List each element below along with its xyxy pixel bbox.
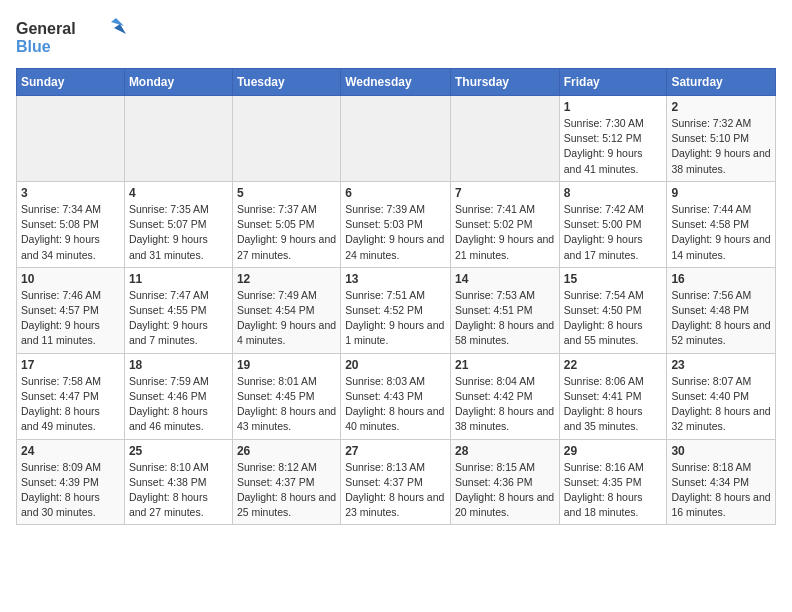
day-number: 5 [237,186,336,200]
page-header: GeneralBlue [16,16,776,58]
calendar-cell: 18Sunrise: 7:59 AM Sunset: 4:46 PM Dayli… [124,353,232,439]
calendar-cell: 20Sunrise: 8:03 AM Sunset: 4:43 PM Dayli… [341,353,451,439]
calendar-cell: 27Sunrise: 8:13 AM Sunset: 4:37 PM Dayli… [341,439,451,525]
day-info: Sunrise: 7:41 AM Sunset: 5:02 PM Dayligh… [455,202,555,263]
calendar-cell: 2Sunrise: 7:32 AM Sunset: 5:10 PM Daylig… [667,96,776,182]
svg-marker-2 [111,18,124,26]
calendar-cell: 25Sunrise: 8:10 AM Sunset: 4:38 PM Dayli… [124,439,232,525]
calendar-cell: 5Sunrise: 7:37 AM Sunset: 5:05 PM Daylig… [232,181,340,267]
day-number: 20 [345,358,446,372]
day-info: Sunrise: 7:59 AM Sunset: 4:46 PM Dayligh… [129,374,228,435]
calendar-cell [17,96,125,182]
weekday-header-row: SundayMondayTuesdayWednesdayThursdayFrid… [17,69,776,96]
logo: GeneralBlue [16,16,126,58]
day-info: Sunrise: 7:30 AM Sunset: 5:12 PM Dayligh… [564,116,663,177]
day-number: 3 [21,186,120,200]
calendar-cell: 8Sunrise: 7:42 AM Sunset: 5:00 PM Daylig… [559,181,667,267]
calendar-cell: 10Sunrise: 7:46 AM Sunset: 4:57 PM Dayli… [17,267,125,353]
day-info: Sunrise: 8:10 AM Sunset: 4:38 PM Dayligh… [129,460,228,521]
calendar-cell: 1Sunrise: 7:30 AM Sunset: 5:12 PM Daylig… [559,96,667,182]
calendar-cell: 7Sunrise: 7:41 AM Sunset: 5:02 PM Daylig… [450,181,559,267]
day-info: Sunrise: 8:01 AM Sunset: 4:45 PM Dayligh… [237,374,336,435]
day-number: 19 [237,358,336,372]
day-info: Sunrise: 7:34 AM Sunset: 5:08 PM Dayligh… [21,202,120,263]
calendar-table: SundayMondayTuesdayWednesdayThursdayFrid… [16,68,776,525]
day-info: Sunrise: 8:18 AM Sunset: 4:34 PM Dayligh… [671,460,771,521]
calendar-cell: 30Sunrise: 8:18 AM Sunset: 4:34 PM Dayli… [667,439,776,525]
day-info: Sunrise: 8:15 AM Sunset: 4:36 PM Dayligh… [455,460,555,521]
day-number: 28 [455,444,555,458]
calendar-cell: 23Sunrise: 8:07 AM Sunset: 4:40 PM Dayli… [667,353,776,439]
calendar-cell: 6Sunrise: 7:39 AM Sunset: 5:03 PM Daylig… [341,181,451,267]
day-info: Sunrise: 7:56 AM Sunset: 4:48 PM Dayligh… [671,288,771,349]
day-number: 21 [455,358,555,372]
day-number: 24 [21,444,120,458]
day-info: Sunrise: 8:12 AM Sunset: 4:37 PM Dayligh… [237,460,336,521]
calendar-cell [124,96,232,182]
day-number: 8 [564,186,663,200]
weekday-header-thursday: Thursday [450,69,559,96]
week-row-3: 10Sunrise: 7:46 AM Sunset: 4:57 PM Dayli… [17,267,776,353]
day-number: 10 [21,272,120,286]
day-number: 4 [129,186,228,200]
calendar-cell: 29Sunrise: 8:16 AM Sunset: 4:35 PM Dayli… [559,439,667,525]
day-info: Sunrise: 7:44 AM Sunset: 4:58 PM Dayligh… [671,202,771,263]
week-row-5: 24Sunrise: 8:09 AM Sunset: 4:39 PM Dayli… [17,439,776,525]
calendar-cell: 26Sunrise: 8:12 AM Sunset: 4:37 PM Dayli… [232,439,340,525]
svg-text:General: General [16,20,76,37]
calendar-cell: 15Sunrise: 7:54 AM Sunset: 4:50 PM Dayli… [559,267,667,353]
day-info: Sunrise: 8:07 AM Sunset: 4:40 PM Dayligh… [671,374,771,435]
day-info: Sunrise: 7:51 AM Sunset: 4:52 PM Dayligh… [345,288,446,349]
day-info: Sunrise: 7:47 AM Sunset: 4:55 PM Dayligh… [129,288,228,349]
day-number: 1 [564,100,663,114]
day-number: 15 [564,272,663,286]
day-info: Sunrise: 7:46 AM Sunset: 4:57 PM Dayligh… [21,288,120,349]
day-number: 17 [21,358,120,372]
day-info: Sunrise: 7:49 AM Sunset: 4:54 PM Dayligh… [237,288,336,349]
day-info: Sunrise: 7:39 AM Sunset: 5:03 PM Dayligh… [345,202,446,263]
calendar-cell: 19Sunrise: 8:01 AM Sunset: 4:45 PM Dayli… [232,353,340,439]
day-info: Sunrise: 7:54 AM Sunset: 4:50 PM Dayligh… [564,288,663,349]
day-number: 22 [564,358,663,372]
calendar-cell: 9Sunrise: 7:44 AM Sunset: 4:58 PM Daylig… [667,181,776,267]
calendar-cell: 16Sunrise: 7:56 AM Sunset: 4:48 PM Dayli… [667,267,776,353]
week-row-1: 1Sunrise: 7:30 AM Sunset: 5:12 PM Daylig… [17,96,776,182]
weekday-header-wednesday: Wednesday [341,69,451,96]
day-number: 18 [129,358,228,372]
day-number: 30 [671,444,771,458]
day-number: 27 [345,444,446,458]
day-number: 13 [345,272,446,286]
day-number: 11 [129,272,228,286]
calendar-cell: 12Sunrise: 7:49 AM Sunset: 4:54 PM Dayli… [232,267,340,353]
day-number: 12 [237,272,336,286]
day-number: 2 [671,100,771,114]
day-number: 16 [671,272,771,286]
day-info: Sunrise: 8:06 AM Sunset: 4:41 PM Dayligh… [564,374,663,435]
calendar-cell: 24Sunrise: 8:09 AM Sunset: 4:39 PM Dayli… [17,439,125,525]
day-number: 7 [455,186,555,200]
day-info: Sunrise: 7:37 AM Sunset: 5:05 PM Dayligh… [237,202,336,263]
week-row-2: 3Sunrise: 7:34 AM Sunset: 5:08 PM Daylig… [17,181,776,267]
calendar-cell: 22Sunrise: 8:06 AM Sunset: 4:41 PM Dayli… [559,353,667,439]
calendar-cell: 14Sunrise: 7:53 AM Sunset: 4:51 PM Dayli… [450,267,559,353]
day-info: Sunrise: 7:42 AM Sunset: 5:00 PM Dayligh… [564,202,663,263]
weekday-header-monday: Monday [124,69,232,96]
day-number: 9 [671,186,771,200]
day-info: Sunrise: 8:04 AM Sunset: 4:42 PM Dayligh… [455,374,555,435]
day-info: Sunrise: 7:32 AM Sunset: 5:10 PM Dayligh… [671,116,771,177]
weekday-header-saturday: Saturday [667,69,776,96]
calendar-cell: 28Sunrise: 8:15 AM Sunset: 4:36 PM Dayli… [450,439,559,525]
day-info: Sunrise: 8:16 AM Sunset: 4:35 PM Dayligh… [564,460,663,521]
day-number: 25 [129,444,228,458]
day-number: 26 [237,444,336,458]
day-info: Sunrise: 8:03 AM Sunset: 4:43 PM Dayligh… [345,374,446,435]
calendar-cell [341,96,451,182]
day-info: Sunrise: 7:35 AM Sunset: 5:07 PM Dayligh… [129,202,228,263]
calendar-cell [450,96,559,182]
weekday-header-tuesday: Tuesday [232,69,340,96]
day-number: 29 [564,444,663,458]
calendar-cell: 17Sunrise: 7:58 AM Sunset: 4:47 PM Dayli… [17,353,125,439]
logo-svg: GeneralBlue [16,16,126,58]
week-row-4: 17Sunrise: 7:58 AM Sunset: 4:47 PM Dayli… [17,353,776,439]
svg-marker-3 [114,24,126,34]
